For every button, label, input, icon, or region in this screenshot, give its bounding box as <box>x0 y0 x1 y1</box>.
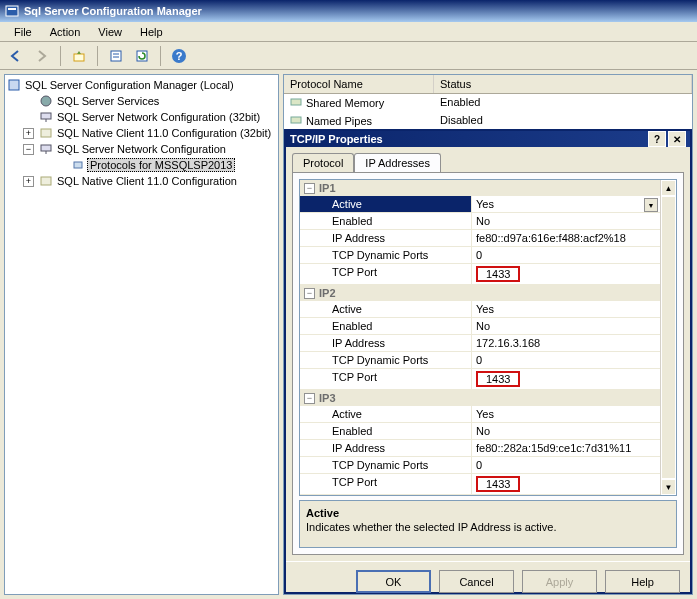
highlight-box[interactable]: 1433 <box>476 476 520 492</box>
svg-rect-17 <box>41 177 51 185</box>
svg-rect-14 <box>41 145 51 151</box>
menu-view[interactable]: View <box>90 24 130 40</box>
dropdown-icon[interactable]: ▼ <box>644 198 658 212</box>
category-ip3[interactable]: −IP3 <box>300 390 660 406</box>
scroll-down-icon[interactable]: ▼ <box>661 479 676 495</box>
scroll-thumb[interactable] <box>661 196 676 479</box>
tree-netconfig[interactable]: −SQL Server Network Configuration <box>23 141 276 157</box>
prop-row-ipaddress[interactable]: IP Addressfe80::d97a:616e:f488:acf2%18 <box>300 230 660 247</box>
network-icon <box>39 142 53 156</box>
tree-pane[interactable]: SQL Server Configuration Manager (Local)… <box>4 74 279 595</box>
network-icon <box>39 110 53 124</box>
list-item[interactable]: Shared Memory Enabled <box>284 94 692 112</box>
desc-title: Active <box>306 507 670 519</box>
list-pane: Protocol Name Status Shared Memory Enabl… <box>283 74 693 595</box>
prop-row-tcpport[interactable]: TCP Port1433 <box>300 264 660 285</box>
collapse-icon[interactable]: − <box>304 393 315 404</box>
cancel-button[interactable]: Cancel <box>439 570 514 593</box>
category-ip2[interactable]: −IP2 <box>300 285 660 301</box>
back-button[interactable] <box>4 44 28 68</box>
prop-row-active[interactable]: ActiveYes <box>300 406 660 423</box>
svg-rect-19 <box>291 117 301 123</box>
svg-rect-3 <box>111 51 121 61</box>
scrollbar[interactable]: ▲ ▼ <box>660 180 676 495</box>
svg-rect-16 <box>74 162 82 168</box>
prop-row-tcpdyn[interactable]: TCP Dynamic Ports0 <box>300 247 660 264</box>
svg-rect-11 <box>41 113 51 119</box>
up-button[interactable] <box>67 44 91 68</box>
tree-root[interactable]: SQL Server Configuration Manager (Local) <box>7 77 276 93</box>
svg-rect-9 <box>9 80 19 90</box>
toolbar: ? <box>0 42 697 70</box>
prop-row-tcpdyn[interactable]: TCP Dynamic Ports0 <box>300 352 660 369</box>
apply-button[interactable]: Apply <box>522 570 597 593</box>
highlight-box[interactable]: 1433 <box>476 266 520 282</box>
tab-protocol[interactable]: Protocol <box>292 153 354 172</box>
col-status[interactable]: Status <box>434 75 692 93</box>
property-grid[interactable]: −IP1 ActiveYes▼ EnabledNo IP Addressfe80… <box>299 179 677 496</box>
ok-button[interactable]: OK <box>356 570 431 593</box>
help-button[interactable]: Help <box>605 570 680 593</box>
collapse-icon[interactable]: − <box>304 288 315 299</box>
prop-row-active[interactable]: ActiveYes <box>300 301 660 318</box>
tree-client[interactable]: +SQL Native Client 11.0 Configuration <box>23 173 276 189</box>
highlight-box[interactable]: 1433 <box>476 371 520 387</box>
description-panel: Active Indicates whether the selected IP… <box>299 500 677 548</box>
tab-ip-addresses[interactable]: IP Addresses <box>354 153 441 172</box>
collapse-icon[interactable]: − <box>304 183 315 194</box>
menu-help[interactable]: Help <box>132 24 171 40</box>
collapse-icon[interactable]: − <box>23 144 34 155</box>
close-button[interactable]: ✕ <box>668 131 686 147</box>
help-button[interactable]: ? <box>167 44 191 68</box>
category-ip1[interactable]: −IP1 <box>300 180 660 196</box>
menu-bar: File Action View Help <box>0 22 697 42</box>
expand-icon[interactable]: + <box>23 128 34 139</box>
prop-row-ipaddress[interactable]: IP Address172.16.3.168 <box>300 335 660 352</box>
prop-row-enabled[interactable]: EnabledNo <box>300 423 660 440</box>
tab-strip: Protocol IP Addresses <box>286 147 690 172</box>
svg-rect-0 <box>6 6 18 16</box>
prop-row-enabled[interactable]: EnabledNo <box>300 318 660 335</box>
client-icon <box>39 126 53 140</box>
app-icon <box>4 3 20 19</box>
svg-point-10 <box>41 96 51 106</box>
prop-row-enabled[interactable]: EnabledNo <box>300 213 660 230</box>
refresh-button[interactable] <box>130 44 154 68</box>
window-title: Sql Server Configuration Manager <box>24 5 202 17</box>
prop-row-tcpport[interactable]: TCP Port1433 <box>300 369 660 390</box>
properties-button[interactable] <box>104 44 128 68</box>
protocol-icon <box>290 114 302 128</box>
title-bar: Sql Server Configuration Manager <box>0 0 697 22</box>
prop-row-tcpport[interactable]: TCP Port1433 <box>300 474 660 495</box>
help-button[interactable]: ? <box>648 131 666 147</box>
menu-file[interactable]: File <box>6 24 40 40</box>
prop-row-tcpdyn[interactable]: TCP Dynamic Ports0 <box>300 457 660 474</box>
tree-services[interactable]: SQL Server Services <box>23 93 276 109</box>
prop-row-active[interactable]: ActiveYes▼ <box>300 196 660 213</box>
svg-rect-1 <box>8 8 16 10</box>
dialog-title-bar[interactable]: TCP/IP Properties ? ✕ <box>286 131 690 147</box>
list-header: Protocol Name Status <box>284 75 692 94</box>
services-icon <box>39 94 53 108</box>
dialog-buttons: OK Cancel Apply Help <box>286 561 690 599</box>
tree-client32[interactable]: +SQL Native Client 11.0 Configuration (3… <box>23 125 276 141</box>
svg-rect-13 <box>41 129 51 137</box>
svg-rect-2 <box>74 54 84 61</box>
col-protocol-name[interactable]: Protocol Name <box>284 75 434 93</box>
expand-icon[interactable]: + <box>23 176 34 187</box>
scroll-up-icon[interactable]: ▲ <box>661 180 676 196</box>
tab-body: −IP1 ActiveYes▼ EnabledNo IP Addressfe80… <box>292 172 684 555</box>
forward-button[interactable] <box>30 44 54 68</box>
tree-netconfig32[interactable]: SQL Server Network Configuration (32bit) <box>23 109 276 125</box>
protocol-icon <box>71 158 85 172</box>
svg-text:?: ? <box>176 50 183 62</box>
properties-dialog: TCP/IP Properties ? ✕ Protocol IP Addres… <box>284 129 692 594</box>
protocol-icon <box>290 96 302 110</box>
tree-protocols-selected[interactable]: Protocols for MSSQLSP2013 <box>55 157 276 173</box>
desc-text: Indicates whether the selected IP Addres… <box>306 521 670 533</box>
prop-row-ipaddress[interactable]: IP Addressfe80::282a:15d9:ce1c:7d31%11 <box>300 440 660 457</box>
menu-action[interactable]: Action <box>42 24 89 40</box>
list-item[interactable]: Named Pipes Disabled <box>284 112 692 130</box>
dialog-title: TCP/IP Properties <box>290 133 383 145</box>
server-icon <box>7 78 21 92</box>
